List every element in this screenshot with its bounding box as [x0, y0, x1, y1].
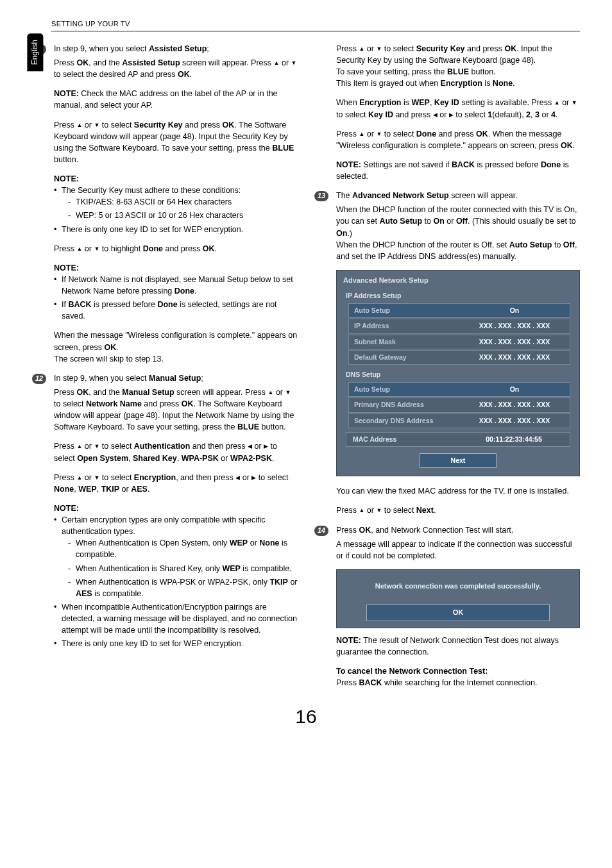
panel-next-button[interactable]: Next	[420, 453, 497, 468]
text: When Authentication is WPA-PSK or WPA2-P…	[76, 578, 269, 587]
paragraph: Press OK, and the Assisted Setup screen …	[54, 57, 298, 80]
paragraph: Press or to select Done and press OK. Wh…	[336, 128, 580, 151]
triangle-left-icon	[248, 442, 252, 451]
text: or	[540, 110, 551, 119]
text: to highlight	[99, 244, 142, 253]
triangle-down-icon	[94, 244, 99, 253]
triangle-down-icon	[376, 129, 382, 138]
note-list: If Network Name is not displayed, see Ma…	[54, 274, 298, 322]
note-paragraph: NOTE: Settings are not saved if BACK is …	[336, 159, 580, 182]
panel-row[interactable]: Auto SetupOn	[348, 303, 570, 318]
advanced-network-setup-panel: Advanced Network Setup IP Address Setup …	[336, 270, 580, 476]
text: (default),	[492, 110, 526, 119]
step-11-intro: In step 9, when you select Assisted Setu…	[54, 43, 209, 54]
triangle-down-icon	[94, 121, 99, 129]
text: , and the	[89, 58, 122, 67]
text: , and then press	[176, 473, 235, 482]
text: When the DHCP function of the router is …	[336, 240, 509, 249]
text-bold: OK	[105, 343, 117, 352]
text: When Authentication is Open System, only	[76, 538, 230, 547]
text-bold: OK	[178, 70, 190, 79]
list-item: If Network Name is not displayed, see Ma…	[54, 274, 298, 297]
language-tab: English	[27, 33, 43, 71]
page-header: SETTING UP YOUR TV	[51, 19, 580, 31]
triangle-down-icon	[376, 506, 382, 515]
text: ,	[430, 98, 434, 107]
text: Check the MAC address on the label of th…	[54, 89, 278, 110]
text: or	[82, 442, 94, 451]
text-bold: Shared Key	[133, 454, 177, 463]
triangle-down-icon	[572, 98, 577, 107]
text: Press	[336, 526, 359, 535]
text-bold: Assisted Setup	[149, 44, 207, 53]
text: or	[82, 244, 94, 253]
panel-row[interactable]: Auto SetupOn	[348, 382, 570, 397]
text: and press	[465, 44, 505, 53]
panel-row[interactable]: IP AddressXXX . XXX . XXX . XXX	[348, 319, 570, 333]
paragraph: Press or to highlight Done and press OK.	[54, 243, 298, 255]
text-bold: OK	[359, 526, 371, 535]
text-bold: Encryption	[441, 79, 482, 88]
text: to select	[99, 473, 134, 482]
text: button.	[54, 155, 78, 164]
text: to select	[99, 442, 134, 451]
text: Press	[54, 388, 76, 397]
panel-row-value: On	[459, 383, 570, 396]
text-bold: BLUE	[237, 422, 259, 431]
panel-row[interactable]: Subnet MaskXXX . XXX . XXX . XXX	[348, 335, 570, 349]
text-bold: OK	[182, 399, 194, 408]
triangle-down-icon	[285, 388, 291, 397]
text: Press	[336, 129, 359, 138]
note-list: The Security Key must adhere to these co…	[54, 185, 298, 235]
note-paragraph: NOTE: Check the MAC address on the label…	[54, 88, 298, 111]
text: The Security Key must adhere to these co…	[62, 186, 241, 195]
text-bold: OK	[561, 141, 573, 150]
text: and press	[142, 399, 182, 408]
paragraph: Press or to select Security Key and pres…	[336, 43, 580, 90]
text: ;	[201, 374, 203, 383]
text: or	[248, 538, 259, 547]
text-bold: Security Key	[416, 44, 465, 53]
panel-row[interactable]: Primary DNS AddressXXX . XXX . XXX . XXX	[348, 397, 570, 412]
text: or	[219, 454, 230, 463]
text: to select	[54, 399, 86, 408]
text: Press	[54, 442, 76, 451]
text: Settings are not saved if	[361, 160, 452, 169]
text-bold: None	[259, 538, 279, 547]
text: or	[252, 442, 264, 451]
text-bold: OK	[222, 121, 234, 129]
text: to select	[256, 473, 288, 482]
text: to select	[336, 110, 368, 119]
text: .	[556, 110, 557, 119]
text-bold: Auto Setup	[379, 217, 422, 226]
text: to select	[382, 44, 416, 53]
text-bold: Done	[416, 129, 436, 138]
text: Press	[336, 44, 359, 53]
text-bold: BACK	[68, 300, 91, 309]
panel-row[interactable]: Secondary DNS AddressXXX . XXX . XXX . X…	[348, 413, 570, 428]
text: Press	[54, 58, 76, 67]
text: Certain encryption types are only compat…	[62, 515, 266, 536]
text: or	[273, 388, 285, 397]
paragraph: You can view the fixed MAC address for t…	[336, 485, 580, 497]
text: Press	[336, 506, 359, 515]
text: and press	[436, 129, 476, 138]
text-bold: Network Name	[86, 399, 142, 408]
subheading: To cancel the Network Connection Test:	[336, 667, 488, 676]
note-heading: NOTE:	[54, 262, 298, 274]
text: , and Network Connection Test will start…	[371, 526, 513, 535]
text: .	[513, 79, 514, 88]
note-label: NOTE:	[54, 89, 79, 98]
connection-result-panel: Network connection was completed success…	[336, 569, 580, 628]
panel-row[interactable]: Default GatewayXXX . XXX . XXX . XXX	[348, 350, 570, 365]
text-bold: OK	[203, 244, 215, 253]
text: while searching for the Internet connect…	[382, 678, 538, 687]
text-bold: On	[433, 217, 444, 226]
left-column: 11 In step 9, when you select Assisted S…	[32, 43, 298, 696]
text: When Authentication is Shared Key, only	[76, 564, 222, 573]
text: to	[552, 240, 563, 249]
panel-ok-button[interactable]: OK	[366, 605, 550, 621]
panel-row-label: IP Address	[349, 319, 459, 333]
text: is pressed before	[92, 300, 158, 309]
text: The screen will skip to step 13.	[54, 355, 164, 363]
